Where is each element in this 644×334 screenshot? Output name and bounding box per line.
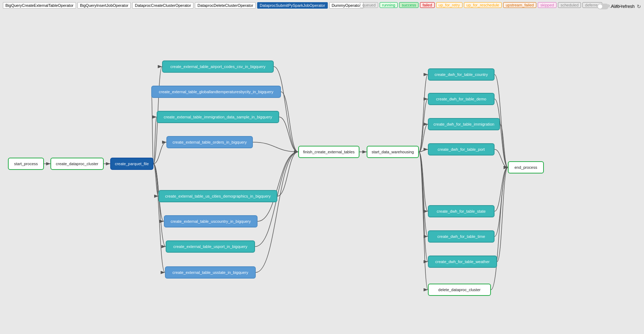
node-delete_dataproc_cluster[interactable]: delete_dataproc_cluster xyxy=(428,284,491,296)
node-end_process[interactable]: end_process xyxy=(508,161,544,173)
node-create_dwh_port[interactable]: create_dwh_for_table_port xyxy=(428,143,495,155)
dag-arrows xyxy=(0,22,644,334)
operator-tag-dataproc-submit[interactable]: DataprocSubmitPySparkJobOperator xyxy=(257,2,328,9)
operator-tag-dataproc-delete[interactable]: DataprocDeleteClusterOperator xyxy=(195,2,256,9)
node-create_ext_immigration[interactable]: create_external_table_immigration_data_s… xyxy=(157,111,279,123)
node-create_ext_airport[interactable]: create_external_table_airport_codes_csv_… xyxy=(162,60,274,73)
node-create_dwh_weather[interactable]: create_dwh_for_table_weather xyxy=(428,256,497,268)
operator-tag-bigquery-insert[interactable]: BigQueryInsertJobOperator xyxy=(77,2,131,9)
node-finish_create_external_tables[interactable]: finish_create_external_tables xyxy=(298,146,359,158)
operator-tag-dummy[interactable]: DummyOperator xyxy=(329,2,363,9)
operator-tag-bigquery-create[interactable]: BigQueryCreateExternalTableOperator xyxy=(3,2,76,9)
legend-up-for-reschedule: up_for_reschedule xyxy=(464,2,502,8)
node-create_dwh_demo[interactable]: create_dwh_for_table_demo xyxy=(428,93,495,105)
node-create_ext_usport[interactable]: create_external_table_usport_in_bigquery xyxy=(166,240,255,253)
node-create_dwh_immigration[interactable]: create_dwh_for_table_immigration xyxy=(428,118,500,130)
legend-running: running xyxy=(380,2,398,8)
legend-scheduled: scheduled xyxy=(558,2,581,8)
auto-refresh-control: Auto-refresh ↻ xyxy=(597,4,641,9)
node-start_process[interactable]: start_process xyxy=(8,158,44,170)
legend-success: success xyxy=(399,2,419,8)
node-create_dwh_time[interactable]: create_dwh_for_table_time xyxy=(428,230,495,243)
legend-failed: failed xyxy=(420,2,434,8)
auto-refresh-toggle[interactable] xyxy=(597,4,609,9)
legend-skipped: skipped xyxy=(538,2,556,8)
node-create_dwh_country[interactable]: create_dwh_for_table_country xyxy=(428,68,495,81)
node-create_ext_global[interactable]: create_external_table_globallandtemperat… xyxy=(151,86,281,98)
node-create_ext_usstate[interactable]: create_external_table_usstate_in_bigquer… xyxy=(165,266,256,279)
legend-upstream-failed: upstream_failed xyxy=(503,2,536,8)
node-create_ext_uscountry[interactable]: create_external_table_uscountry_in_bigqu… xyxy=(164,215,258,227)
legend-queued: queued xyxy=(360,2,378,8)
node-start_data_warehousing[interactable]: start_data_warehousing xyxy=(367,146,419,158)
node-create_ext_orders[interactable]: create_external_table_orders_in_bigquery xyxy=(166,136,253,148)
node-create_ext_us_cities[interactable]: create_external_table_us_cities_demograp… xyxy=(158,190,277,202)
dag-canvas: start_processcreate_dataproc_clustercrea… xyxy=(0,22,644,334)
refresh-icon[interactable]: ↻ xyxy=(637,4,641,9)
node-create_dwh_state[interactable]: create_dwh_for_table_state xyxy=(428,205,495,217)
auto-refresh-label: Auto-refresh xyxy=(611,4,635,9)
node-create_parquet_file[interactable]: create_parquet_file xyxy=(110,158,153,170)
node-create_dataproc_cluster[interactable]: create_dataproc_cluster xyxy=(50,158,104,170)
operator-tag-dataproc-create[interactable]: DataprocCreateClusterOperator xyxy=(132,2,193,9)
status-legend: queued running success failed up_for_ret… xyxy=(360,2,622,8)
legend-up-for-retry: up_for_retry xyxy=(436,2,462,8)
